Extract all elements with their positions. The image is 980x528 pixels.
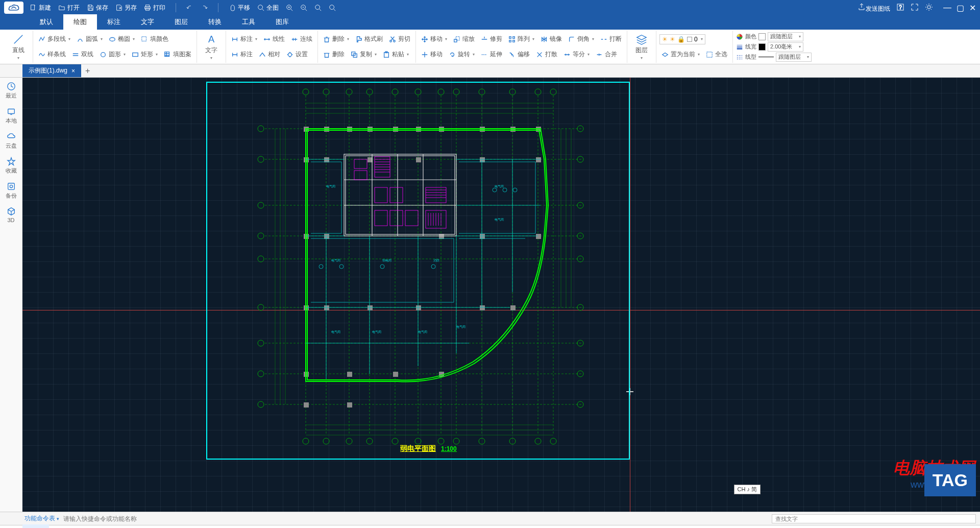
dim-tool2[interactable]: 标注	[229, 49, 255, 60]
menu-draw[interactable]: 绘图	[63, 14, 97, 30]
svg-point-79	[509, 438, 516, 444]
dline-tool[interactable]: 双线	[70, 49, 95, 60]
open-button[interactable]: 打开	[58, 4, 80, 12]
close-tab-icon[interactable]: ×	[71, 67, 75, 75]
layer-tool[interactable]: 图层▾	[630, 32, 653, 62]
drawing-title: 弱电平面图1:100	[400, 444, 457, 453]
set-current-layer[interactable]: 置为当前	[659, 49, 702, 60]
search-text-input[interactable]	[772, 514, 976, 523]
minimize-button[interactable]: —	[943, 3, 951, 13]
polyline-tool[interactable]: 多段线	[36, 34, 72, 44]
zoom-extent-button[interactable]	[329, 4, 336, 11]
svg-rect-26	[456, 36, 459, 40]
menu-convert[interactable]: 转换	[198, 14, 232, 30]
save-button[interactable]: 保存	[87, 4, 108, 12]
spline-tool[interactable]: 样条线	[36, 49, 68, 60]
linetype-combo[interactable]: 跟随图层	[776, 53, 812, 62]
dim-settings-tool[interactable]: 设置	[284, 49, 310, 60]
paste-tool[interactable]: 粘贴	[381, 49, 411, 60]
zoom-all-button[interactable]: 全图	[257, 4, 279, 12]
relative-dim-tool[interactable]: 相对	[257, 49, 282, 60]
rect-tool[interactable]: 矩形	[130, 49, 160, 60]
svg-rect-160	[375, 187, 387, 203]
pan-button[interactable]: 平移	[229, 4, 250, 12]
trim-tool[interactable]: 修剪	[479, 34, 504, 44]
menu-annotate[interactable]: 标注	[97, 14, 131, 30]
lineweight-combo[interactable]: 2.00毫米	[768, 42, 803, 52]
maximize-button[interactable]: ▢	[957, 3, 964, 13]
ellipse-tool[interactable]: 椭圆	[107, 34, 137, 44]
undo-button[interactable]	[186, 4, 193, 11]
layout-tab-2[interactable]: Layout2	[85, 526, 121, 529]
copy-tool[interactable]: 复制	[349, 49, 379, 60]
menu-tools[interactable]: 工具	[232, 14, 265, 30]
saveas-button[interactable]: 另存	[115, 4, 137, 12]
divide-tool[interactable]: 等分	[561, 49, 592, 60]
settings-icon[interactable]	[925, 3, 933, 13]
svg-point-73	[366, 438, 373, 444]
circle-tool[interactable]: 圆形	[97, 49, 128, 60]
move-tool2[interactable]: 移动	[419, 49, 445, 60]
sidebar-cloud[interactable]: 云盘	[6, 132, 17, 150]
svg-point-19	[390, 40, 392, 42]
color-combo[interactable]: 跟随图层	[768, 32, 803, 41]
new-button[interactable]: 新建	[30, 4, 51, 12]
array-tool[interactable]: 阵列	[506, 34, 536, 44]
add-layout-button[interactable]: +	[121, 526, 135, 529]
line-tool[interactable]: 直线▾	[7, 32, 30, 62]
sidebar-3d[interactable]: 3D	[7, 207, 16, 223]
print-button[interactable]: 打印	[144, 4, 165, 12]
help-icon[interactable]: ?	[896, 3, 904, 13]
fillet-tool[interactable]: 倒角	[566, 34, 596, 44]
format-painter-tool[interactable]: 格式刷	[353, 34, 385, 44]
mirror-tool[interactable]: 镜像	[538, 34, 564, 44]
sidebar-favorites[interactable]: 收藏	[6, 157, 17, 175]
join-tool[interactable]: 合并	[594, 49, 619, 60]
command-input[interactable]	[63, 515, 267, 522]
svg-point-12	[110, 37, 115, 41]
arc-tool[interactable]: 圆弧	[75, 34, 105, 44]
add-tab-button[interactable]: +	[85, 66, 90, 76]
svg-rect-122	[324, 305, 329, 310]
select-all[interactable]: 全选	[704, 49, 729, 60]
sidebar-recent[interactable]: 最近	[6, 82, 17, 100]
layer-selector[interactable]: ☀☀🔒 0 ▾	[659, 34, 705, 44]
menu-default[interactable]: 默认	[30, 14, 63, 30]
text-tool[interactable]: A 文字▾	[200, 32, 223, 62]
layout-tab-1[interactable]: Layout1	[49, 526, 85, 529]
color-swatch[interactable]	[758, 33, 766, 40]
menu-layer[interactable]: 图层	[164, 14, 198, 30]
zoom-window-button[interactable]	[314, 4, 322, 11]
close-button[interactable]: ✕	[969, 3, 976, 13]
delete-tool[interactable]: 删除	[321, 34, 351, 44]
explode-tool[interactable]: 打散	[534, 49, 559, 60]
extend-tool[interactable]: 延伸	[479, 49, 504, 60]
zoom-in-button[interactable]	[286, 4, 293, 11]
continuous-dim-tool[interactable]: 连续	[289, 34, 314, 44]
command-menu[interactable]: 功能命令表	[24, 514, 59, 523]
break-tool[interactable]: 打断	[598, 34, 624, 44]
cut-tool[interactable]: 剪切	[387, 34, 412, 44]
sidebar-backup[interactable]: 备份	[6, 182, 17, 200]
move-tool[interactable]: 移动	[419, 34, 449, 44]
drawing-canvas[interactable]: 电气间电气间 电气间弱电间消防电气间 电气间电气间电气间电气间 弱电平面图1:1…	[22, 78, 980, 512]
offset-tool[interactable]: 偏移	[506, 49, 532, 60]
send-drawing-button[interactable]: 发送图纸	[857, 3, 890, 13]
redo-button[interactable]	[201, 4, 208, 11]
layout-tab-model[interactable]: 模型	[22, 524, 49, 528]
hatch-tool[interactable]: 填图案	[162, 49, 193, 60]
scale-tool[interactable]: 缩放	[451, 34, 477, 44]
fillcolor-tool[interactable]: 填颜色	[139, 34, 170, 44]
dim-tool[interactable]: 标注	[229, 34, 259, 44]
rotate-tool[interactable]: 旋转	[447, 49, 477, 60]
lineweight-swatch[interactable]	[758, 43, 766, 51]
svg-text:电气间: 电气间	[326, 185, 335, 188]
sidebar-local[interactable]: 本地	[6, 107, 17, 125]
document-tab-active[interactable]: 示例图(1).dwg ×	[22, 64, 81, 77]
menu-library[interactable]: 图库	[265, 14, 299, 30]
menu-text[interactable]: 文字	[131, 14, 164, 30]
linear-dim-tool[interactable]: 线性	[261, 34, 287, 44]
fullscreen-icon[interactable]	[911, 3, 919, 13]
delete-tool2[interactable]: 删除	[321, 49, 347, 60]
zoom-out-button[interactable]	[300, 4, 307, 11]
